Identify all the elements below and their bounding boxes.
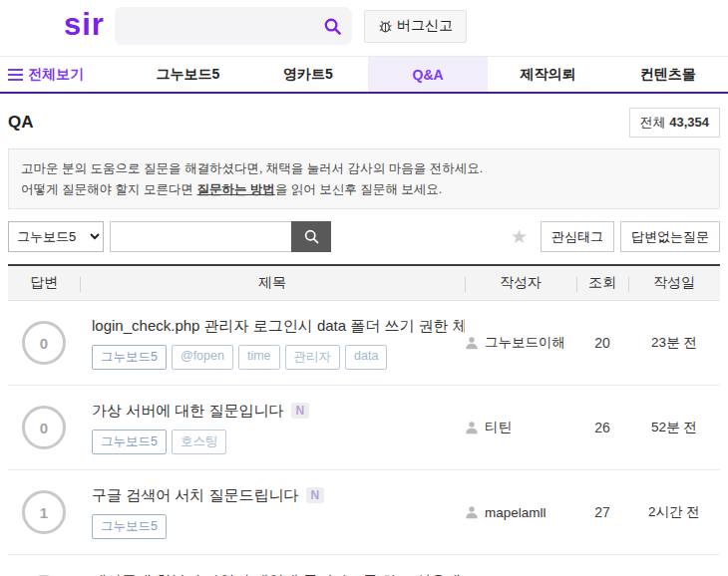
post-date: 52분 전 (628, 419, 720, 436)
user-icon (465, 336, 479, 350)
search-icon[interactable] (323, 17, 342, 36)
post-tag[interactable]: 호스팅 (172, 430, 227, 454)
nav-item-label: 영카트5 (283, 66, 333, 84)
user-icon (465, 505, 479, 519)
interest-tag-button[interactable]: 관심태그 (541, 221, 614, 252)
post-date: 23분 전 (628, 334, 720, 352)
nav-item-all[interactable]: 전체보기 (0, 57, 128, 92)
new-badge: N (291, 403, 310, 419)
post-title-link[interactable]: 구글 검색어 서치 질문드립니다 (92, 486, 299, 505)
notice-line2: 어떻게 질문해야 할지 모른다면 질문하는 방법을 읽어 보신후 질문해 보세요… (21, 179, 707, 200)
answer-count-badge: 0 (22, 406, 66, 449)
board-main: QA 전체 43,354 고마운 분의 도움으로 질문을 해결하셨다면, 채택을… (0, 108, 728, 576)
keyword-search-button[interactable] (291, 221, 331, 252)
header-views: 조회 (576, 266, 628, 300)
nav-item-request[interactable]: 제작의뢰 (488, 57, 607, 92)
post-author-name[interactable]: 그누보드이해 (485, 334, 565, 352)
post-view-count: 20 (576, 335, 628, 351)
bug-icon (378, 19, 393, 34)
site-logo[interactable]: sir (64, 9, 105, 44)
bug-report-button[interactable]: 버그신고 (364, 10, 467, 43)
tag-list: 그누보드5@fopentime관리자data (92, 345, 459, 370)
post-title-link[interactable]: 가상 서버에 대한 질문입니다 (92, 402, 284, 421)
post-list: 0 login_check.php 관리자 로그인시 data 폴더 쓰기 권한… (8, 301, 720, 576)
post-title-link[interactable]: login_check.php 관리자 로그인시 data 폴더 쓰기 권한 체… (92, 317, 465, 336)
post-tag[interactable]: time (238, 345, 280, 370)
new-badge: N (306, 487, 325, 503)
board-notice: 고마운 분의 도움으로 질문을 해결하셨다면, 채택을 눌러서 감사의 마음을 … (8, 148, 720, 209)
notice-line1: 고마운 분의 도움으로 질문을 해결하셨다면, 채택을 눌러서 감사의 마음을 … (21, 158, 707, 179)
page-title: QA (8, 113, 34, 133)
post-author-name[interactable]: 티틴 (485, 419, 512, 436)
tag-list: 그누보드5호스팅 (92, 430, 459, 454)
global-search-input[interactable] (125, 18, 323, 34)
total-count-box: 전체 43,354 (629, 108, 720, 138)
post-tag[interactable]: @fopen (172, 345, 233, 370)
answer-count-badge: 0 (22, 321, 66, 365)
site-header: sir 버그신고 (0, 0, 728, 52)
nav-item-label: 전체보기 (28, 66, 84, 84)
menu-icon (8, 69, 23, 81)
nav-item-label: 그누보드5 (157, 66, 220, 84)
nav-item-qna[interactable]: Q&A (368, 57, 488, 92)
bug-report-label: 버그신고 (397, 17, 453, 35)
post-tag[interactable]: 그누보드5 (92, 345, 167, 370)
board-title-row: QA 전체 43,354 (8, 108, 720, 138)
total-count: 43,354 (669, 115, 709, 130)
header-title: 제목 (80, 266, 465, 300)
nav-item-contents-mall[interactable]: 컨텐츠몰 (608, 57, 728, 92)
user-icon (465, 421, 479, 434)
tag-list: 그누보드5 (92, 514, 459, 539)
unanswered-button[interactable]: 답변없는질문 (620, 221, 720, 252)
total-label: 전체 (640, 115, 666, 130)
category-select[interactable]: 그누보드5 (8, 221, 104, 252)
table-header: 답변 제목 작성자 조회 작성일 (8, 264, 720, 301)
post-row: 1 구글 검색어 서치 질문드립니다 N 그누보드5 mapelamll 27 … (8, 470, 720, 555)
filter-row: 그누보드5 ★ 관심태그 답변없는질문 (8, 221, 720, 252)
post-tag[interactable]: 관리자 (285, 345, 341, 370)
post-row: 0 가상 서버에 대한 질문입니다 N 그누보드5호스팅 티틴 26 52분 전 (8, 386, 720, 470)
header-answers: 답변 (8, 266, 80, 300)
nav-item-gnuboard5[interactable]: 그누보드5 (128, 57, 247, 92)
main-nav: 전체보기 그누보드5 영카트5 Q&A 제작의뢰 컨텐츠몰 (0, 56, 728, 94)
post-view-count: 26 (576, 420, 628, 435)
post-author-name[interactable]: mapelamll (485, 505, 546, 520)
post-row: 0 login_check.php 관리자 로그인시 data 폴더 쓰기 권한… (8, 301, 720, 386)
post-date: 2시간 전 (628, 503, 720, 521)
post-tag[interactable]: data (345, 345, 387, 370)
post-title-link[interactable]: 게시글에 첨부된 파일이 메일에 들어가도록 하고 싶은데요. ... (92, 572, 465, 576)
nav-item-youngcart5[interactable]: 영카트5 (248, 57, 368, 92)
nav-item-label: 컨텐츠몰 (640, 66, 696, 84)
post-tag[interactable]: 그누보드5 (92, 430, 167, 454)
keyword-input[interactable] (110, 221, 291, 252)
how-to-ask-link[interactable]: 질문하는 방법 (196, 182, 274, 196)
answer-count-badge: 1 (22, 490, 66, 534)
global-search-box[interactable] (115, 7, 352, 45)
nav-item-label: Q&A (413, 67, 444, 83)
header-date: 작성일 (628, 266, 720, 300)
post-tag[interactable]: 그누보드5 (92, 514, 167, 539)
nav-item-label: 제작의뢰 (520, 66, 575, 84)
post-view-count: 27 (576, 504, 628, 520)
favorite-star-icon[interactable]: ★ (511, 227, 528, 246)
post-row: 0 게시글에 첨부된 파일이 메일에 들어가도록 하고 싶은데요. ... KD… (8, 555, 720, 576)
header-author: 작성자 (465, 266, 576, 300)
